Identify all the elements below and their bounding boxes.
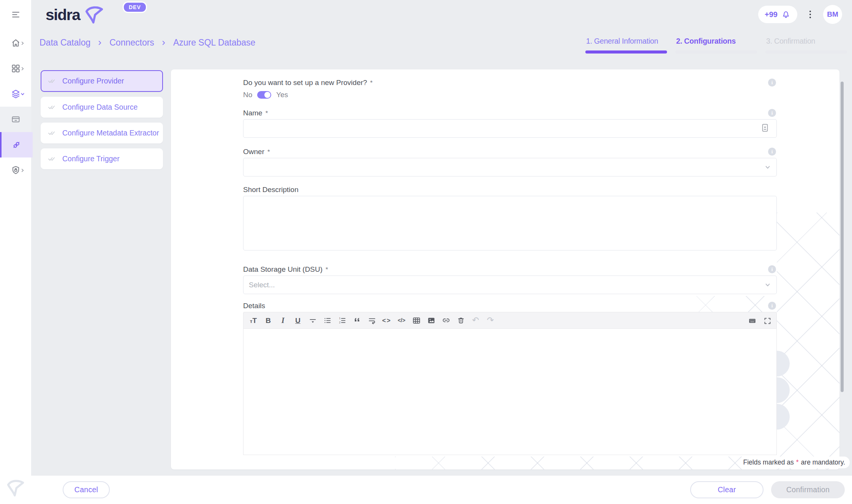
sidebar-item-datasets[interactable] (0, 107, 31, 132)
step-label: Configure Trigger (62, 154, 120, 163)
name-label: Name* (243, 109, 268, 117)
bullet-list-icon[interactable] (323, 316, 332, 325)
table-icon[interactable] (412, 316, 421, 325)
decor-circles (777, 348, 807, 432)
trash-icon[interactable] (456, 316, 465, 325)
step-label: Configure Provider (62, 77, 124, 85)
notifications-button[interactable]: +99 (758, 6, 797, 23)
bell-icon (781, 9, 791, 19)
app-root: { "colors": { "accent": "#7d68f3", "acce… (0, 0, 852, 504)
chevron-right-icon (96, 39, 103, 46)
chevron-right-icon (20, 167, 25, 173)
connectors-icon (11, 140, 22, 150)
step-configure-trigger[interactable]: Configure Trigger (41, 148, 163, 169)
sidebar-item-apps[interactable] (0, 56, 31, 81)
fullscreen-icon[interactable] (763, 316, 772, 325)
italic-icon[interactable]: I (278, 316, 288, 325)
chevron-down-icon (764, 164, 771, 171)
step-label: Configure Data Source (62, 103, 138, 112)
sidebar-item-security[interactable] (0, 158, 31, 183)
editor-toolbar: тTBIU12<></>↶↷ (243, 312, 777, 329)
sidebar-item-home[interactable] (0, 30, 31, 56)
breadcrumb-item[interactable]: Azure SQL Database (173, 38, 256, 48)
tab-progress-bar (675, 50, 757, 54)
breadcrumb-item[interactable]: Data Catalog (40, 38, 90, 48)
chevron-down-icon (20, 91, 25, 97)
info-icon[interactable] (768, 148, 776, 156)
step-configure-metadata-extractor[interactable]: Configure Metadata Extractor (41, 123, 163, 143)
chevron-down-icon (764, 281, 771, 289)
mandatory-star: * (796, 458, 799, 466)
step-configure-data-source[interactable]: Configure Data Source (41, 97, 163, 118)
double-check-icon (48, 78, 56, 84)
redo-icon[interactable]: ↷ (486, 316, 495, 325)
step-label: Configure Metadata Extractor (62, 129, 159, 137)
name-input[interactable] (243, 119, 777, 138)
bottom-action-bar: Cancel Clear Confirmation (31, 475, 852, 504)
avatar[interactable]: BM (823, 5, 842, 24)
cancel-button[interactable]: Cancel (63, 481, 110, 498)
chevron-right-icon (20, 66, 25, 71)
scrollbar-thumb[interactable] (841, 82, 844, 392)
menu-button[interactable] (0, 4, 31, 25)
underline-icon[interactable]: U (293, 316, 302, 325)
font-size-icon[interactable]: тT (249, 316, 258, 325)
info-icon[interactable] (768, 79, 776, 87)
shield-icon (11, 165, 21, 175)
soft-wrap-icon[interactable] (367, 316, 376, 325)
svg-text:1: 1 (339, 317, 340, 320)
provider-toggle[interactable] (257, 91, 271, 99)
dsu-placeholder: Select... (249, 281, 275, 289)
apps-icon (11, 63, 21, 74)
tab-progress-bar (585, 50, 667, 54)
tab-general-information[interactable]: 1. General Information (585, 37, 667, 54)
keyboard-icon[interactable] (748, 316, 757, 325)
confirmation-button[interactable]: Confirmation (771, 481, 845, 498)
owner-select[interactable] (243, 158, 777, 176)
undo-icon[interactable]: ↶ (471, 316, 480, 325)
notifications-count: +99 (765, 10, 778, 19)
double-check-icon (48, 156, 56, 162)
sidebar (0, 0, 31, 504)
image-icon[interactable] (427, 316, 436, 325)
dsu-select[interactable]: Select... (243, 276, 777, 294)
provider-question-label: Do you want to set up a new Provider?* (243, 79, 373, 87)
toggle-off-label: No (243, 91, 252, 99)
chevron-right-icon (20, 40, 25, 46)
double-check-icon (48, 130, 56, 136)
details-editor: тTBIU12<></>↶↷ (243, 312, 777, 455)
header-actions: +99 BM (758, 5, 842, 24)
ordered-list-icon[interactable]: 12 (338, 316, 347, 325)
mandatory-note: Fields marked as * are mandatory. (739, 457, 850, 468)
details-editor-content[interactable] (243, 329, 777, 455)
chevron-right-icon (160, 39, 167, 46)
decor-pattern-sliver (665, 296, 777, 314)
wizard-tabs: 1. General Information2. Configurations3… (585, 37, 847, 54)
autofill-icon (761, 123, 769, 133)
info-icon[interactable] (768, 265, 776, 273)
code-icon[interactable]: <> (382, 316, 391, 325)
sidebar-item-connectors[interactable] (0, 132, 33, 158)
kebab-menu[interactable] (806, 9, 814, 20)
breadcrumb-item[interactable]: Connectors (109, 38, 154, 48)
sidebar-item-data-catalog[interactable] (0, 81, 31, 107)
datasets-icon (11, 114, 21, 124)
short-description-label: Short Description (243, 186, 299, 194)
blockquote-icon[interactable] (352, 316, 362, 325)
tab-confirmation[interactable]: 3. Confirmation (765, 37, 847, 54)
env-badge: DEV (123, 2, 147, 13)
bold-icon[interactable]: B (264, 316, 273, 325)
info-icon[interactable] (768, 302, 776, 310)
provider-toggle-row: No Yes (243, 91, 288, 99)
link-icon[interactable] (441, 316, 451, 325)
step-configure-provider[interactable]: Configure Provider (41, 70, 163, 92)
info-icon[interactable] (768, 109, 776, 117)
double-check-icon (48, 104, 56, 110)
tab-configurations[interactable]: 2. Configurations (675, 37, 757, 54)
short-description-textarea[interactable] (243, 196, 777, 250)
tab-label: 2. Configurations (675, 37, 757, 46)
clear-button[interactable]: Clear (690, 481, 763, 498)
strikethrough-icon[interactable] (308, 316, 317, 325)
code-block-icon[interactable]: </> (397, 316, 406, 325)
details-label: Details (243, 302, 265, 310)
